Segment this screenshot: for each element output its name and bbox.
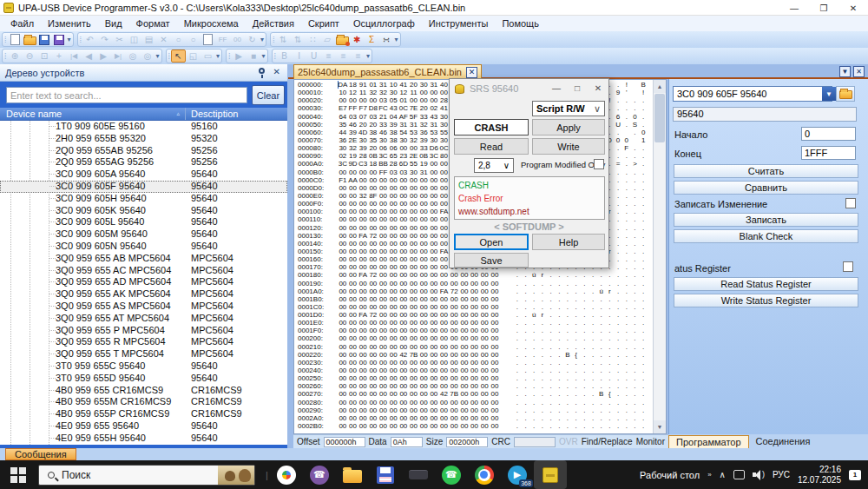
drag-grip-icon[interactable]: ⁞	[228, 52, 230, 61]
document-tab[interactable]: 25lc640dump_passasatb6_CLEAN.bin ✕	[293, 64, 482, 79]
write-chip-icon[interactable]: ⇅	[276, 33, 291, 46]
table-row[interactable]: 3Q0 959 655 R MPC5604MPC5604	[0, 336, 287, 348]
tab-messages[interactable]: Сообщения	[5, 448, 76, 460]
save-icon[interactable]	[37, 33, 52, 46]
tab-strip-close-icon[interactable]: ✕	[853, 66, 865, 77]
table-row[interactable]: 3Q0 959 655 AT MPC5604MPC5604	[0, 313, 287, 325]
table-row[interactable]: 3C0 909 605K 9564095640	[0, 205, 287, 217]
notification-icon[interactable]: 1	[849, 470, 861, 480]
hex-row[interactable]: 0001E0:00000000000000000000000000000000.…	[294, 319, 654, 327]
run-script-icon[interactable]: ▶	[232, 50, 247, 63]
hex-row[interactable]: 0001F0:00000000000000000000000000000000.…	[294, 327, 654, 334]
table-row[interactable]: 4B0 959 655M CR16MCS9CR16MCS9	[0, 396, 287, 408]
refresh-icon[interactable]: ↻	[245, 33, 260, 46]
menu-осциллограф[interactable]: Осциллограф	[346, 17, 422, 30]
toolbar-overflow-icon[interactable]: ▾	[68, 36, 71, 43]
zoom-select-icon[interactable]: ◱	[186, 50, 201, 63]
options-icon[interactable]	[335, 33, 350, 46]
table-row[interactable]: 3C0 909 605N 9564095640	[0, 241, 287, 253]
dialog-minimize-icon[interactable]: —	[546, 79, 567, 96]
menu-изменить[interactable]: Изменить	[41, 17, 98, 30]
cut-icon[interactable]: ✂	[112, 33, 127, 46]
toolbar-overflow-icon[interactable]: ▾	[366, 52, 370, 60]
table-row[interactable]: 4B0 959 655 CR16MCS9CR16MCS9	[0, 385, 287, 397]
table-row[interactable]: 3C0 909 605M 9564095640	[0, 228, 287, 241]
table-row[interactable]: 1T0 909 605E 9516095160	[0, 121, 287, 133]
tray-display-icon[interactable]	[733, 470, 745, 479]
start-button[interactable]	[9, 466, 28, 485]
column-description[interactable]: Desctiption	[186, 108, 238, 120]
write-change-checkbox[interactable]	[845, 198, 856, 208]
drag-grip-icon[interactable]: ⁞	[273, 36, 274, 44]
underline-icon[interactable]: U	[306, 50, 321, 63]
label-icon[interactable]: ▭	[201, 50, 215, 63]
zoom-in-icon[interactable]: ⊕	[8, 50, 23, 63]
table-row[interactable]: 4E0 959 655H 9564095640	[0, 433, 287, 445]
cursor-icon[interactable]: ↖	[171, 50, 186, 63]
table-row[interactable]: 3T0 959 655D 9564095640	[0, 373, 287, 385]
tab-connections[interactable]: Соединения	[749, 435, 818, 448]
hex-row[interactable]: 0002A0:00000000000000000000000000000000.…	[294, 414, 654, 422]
checksum-icon[interactable]: Σ	[365, 33, 379, 46]
hex-row[interactable]: 000180:0000FA72000000000000000000000000.…	[294, 271, 654, 279]
read-button[interactable]: Read	[454, 138, 529, 155]
align-right-icon[interactable]: ≡	[351, 50, 365, 63]
toolbar-overflow-icon[interactable]: ▾	[262, 52, 266, 60]
compare-button[interactable]: Сравнить	[674, 181, 858, 195]
hex-row[interactable]: 0001C0:00000000000000000000000000000000.…	[294, 303, 654, 311]
open-file-icon[interactable]	[23, 33, 37, 46]
whatsapp-icon[interactable]: ☎	[435, 460, 468, 489]
find-icon[interactable]: ○	[171, 33, 186, 46]
read-chip-icon[interactable]: ⇅	[291, 33, 306, 46]
drag-grip-icon[interactable]: ⁞	[4, 36, 6, 44]
table-row[interactable]: 4B0 959 655P CR16MCS9CR16MCS9	[0, 408, 287, 420]
restore-button[interactable]: ❐	[809, 0, 838, 16]
status-register-checkbox[interactable]	[843, 261, 853, 272]
panel-close-icon[interactable]: ✕	[273, 67, 280, 76]
grid-icon[interactable]: ∷	[306, 33, 320, 46]
hex-row[interactable]: 000270:00000000000000000000427B00000000.…	[294, 390, 654, 398]
zoom-out-icon[interactable]: ⊖	[23, 50, 37, 63]
drag-grip-icon[interactable]: ⁞	[274, 52, 276, 61]
language-indicator[interactable]: РУС	[773, 470, 790, 479]
table-row[interactable]: 3Q0 959 655 AK MPC5604MPC5604	[0, 288, 287, 301]
menu-формат[interactable]: Формат	[129, 17, 177, 30]
write-button[interactable]: Write	[532, 138, 605, 155]
save-as-icon[interactable]	[52, 33, 67, 46]
minimize-button[interactable]: —	[779, 0, 809, 16]
column-device-name[interactable]: Device name▵	[0, 108, 186, 120]
dialog-close-icon[interactable]: ✕	[588, 79, 608, 96]
hex-row[interactable]: 0001D0:0000FA72000000000000000000000000.…	[294, 311, 654, 319]
scroll-up-icon[interactable]: ▲	[654, 80, 666, 93]
hex-row[interactable]: 000210:00000000000000000000000000000000.…	[294, 343, 654, 351]
table-row[interactable]: 3C0 909 605H 9564095640	[0, 193, 287, 205]
chevron-down-icon[interactable]: ▼	[822, 87, 836, 101]
messenger-icon[interactable]: ▶368	[501, 460, 534, 489]
table-row[interactable]: 3Q0 959 655 AD MPC5604MPC5604	[0, 276, 287, 288]
menu-помощь[interactable]: Помощь	[495, 17, 546, 30]
write-chip-button[interactable]: Записать	[674, 213, 858, 227]
view-doc-icon[interactable]	[201, 33, 215, 46]
save-button[interactable]: Save	[454, 253, 529, 268]
blank-check-button[interactable]: Blank Check	[674, 229, 858, 243]
write-status-register-button[interactable]: Write Status Register	[674, 294, 858, 307]
paste-icon[interactable]: ▤	[141, 33, 156, 46]
toolbar-overflow-icon[interactable]: ▾	[395, 36, 398, 43]
clock[interactable]: 22:16 12.07.2025	[798, 465, 841, 486]
drag-grip-icon[interactable]: ⁞	[4, 52, 6, 61]
help-button[interactable]: Help	[532, 234, 605, 250]
zoom-fit-icon[interactable]: ⊡	[37, 50, 52, 63]
clear-search-button[interactable]: Clear	[252, 85, 285, 105]
taskbar-search[interactable]: Поиск	[38, 465, 255, 486]
pin-icon[interactable]	[259, 68, 265, 74]
scrollbar-thumb[interactable]	[654, 94, 665, 142]
debug-icon[interactable]: ✱	[350, 33, 365, 46]
redo-icon[interactable]: ↷	[97, 33, 112, 46]
table-row[interactable]: 3T0 959 655C 9564095640	[0, 360, 287, 373]
find-replace-link[interactable]: Find/Replace	[582, 437, 633, 446]
load-device-button[interactable]	[836, 86, 855, 102]
chrome-icon[interactable]	[468, 460, 501, 489]
table-row[interactable]: 3Q0 959 655 AS MPC5604MPC5604	[0, 301, 287, 313]
table-row[interactable]: 4E0 959 655 9564095640	[0, 420, 287, 433]
hex-row[interactable]: 000260:00000000000000000000000000000000.…	[294, 382, 654, 390]
